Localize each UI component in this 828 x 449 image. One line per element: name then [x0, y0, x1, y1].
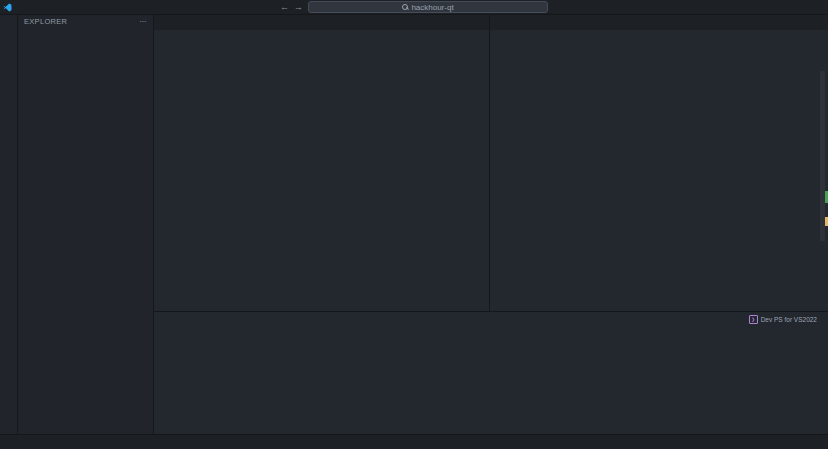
terminal-profile-chip[interactable]: ❯ Dev PS for VS2022	[749, 315, 817, 324]
editor-actions-left	[484, 15, 489, 30]
status-bar	[0, 434, 828, 449]
search-value: hackhour-qt	[411, 3, 453, 12]
code-editor-window-cpp[interactable]	[154, 41, 489, 311]
command-center: ← → hackhour-qt	[280, 1, 548, 13]
sidebar-title-row: EXPLORER ⋯	[18, 15, 153, 28]
editor-actions-right	[823, 15, 828, 30]
terminal-icon: ❯	[749, 315, 758, 324]
search-icon	[402, 4, 408, 10]
panel-actions: ❯ Dev PS for VS2022	[749, 315, 828, 324]
command-center-search[interactable]: hackhour-qt	[308, 1, 548, 13]
breadcrumb	[154, 30, 489, 41]
vscode-window: ← → hackhour-qt EXPLORER ⋯	[0, 0, 828, 449]
breadcrumb	[490, 30, 828, 41]
editor-area: ❯ Dev PS for VS2022	[154, 15, 828, 434]
explorer-sidebar: EXPLORER ⋯	[18, 15, 154, 434]
terminal-output[interactable]	[154, 326, 828, 434]
nav-back-icon[interactable]: ←	[280, 2, 289, 12]
activity-bar	[0, 15, 18, 434]
vscode-logo-icon	[0, 3, 14, 12]
editor-groups	[154, 15, 828, 311]
scrollbar[interactable]	[820, 71, 825, 241]
workbench: EXPLORER ⋯	[0, 15, 828, 434]
tab-bar-right	[490, 15, 828, 30]
sidebar-title: EXPLORER	[24, 17, 67, 26]
status-bar-right	[822, 435, 828, 449]
terminal-profile-label: Dev PS for VS2022	[761, 316, 817, 323]
tab-bar-left	[154, 15, 489, 30]
panel-tab-bar: ❯ Dev PS for VS2022	[154, 312, 828, 326]
editor-group-left	[154, 15, 490, 311]
code-editor-cmakelists[interactable]	[490, 41, 828, 311]
sidebar-more-actions-icon[interactable]: ⋯	[139, 17, 147, 26]
nav-forward-icon[interactable]: →	[294, 2, 303, 12]
panel: ❯ Dev PS for VS2022	[154, 311, 828, 434]
editor-group-right	[490, 15, 828, 311]
title-bar: ← → hackhour-qt	[0, 0, 828, 15]
